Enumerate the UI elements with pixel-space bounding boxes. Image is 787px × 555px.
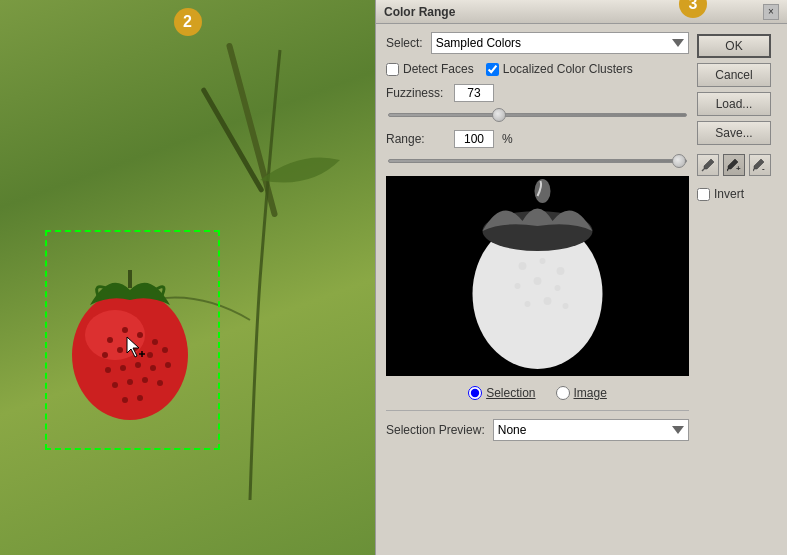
dialog-titlebar: Color Range × bbox=[376, 0, 787, 24]
svg-line-42 bbox=[753, 169, 754, 171]
svg-point-37 bbox=[563, 303, 569, 309]
percent-label: % bbox=[502, 132, 513, 146]
eyedropper-plus-icon[interactable]: + bbox=[723, 154, 745, 176]
svg-point-33 bbox=[534, 277, 542, 285]
svg-point-34 bbox=[555, 285, 561, 291]
tool-icons-row: + - bbox=[697, 154, 777, 176]
detect-faces-label[interactable]: Detect Faces bbox=[403, 62, 474, 76]
svg-line-40 bbox=[727, 169, 728, 171]
preview-image bbox=[386, 176, 689, 376]
svg-text:+: + bbox=[736, 164, 741, 172]
svg-point-31 bbox=[557, 267, 565, 275]
invert-label[interactable]: Invert bbox=[714, 187, 744, 201]
fuzziness-input[interactable] bbox=[454, 84, 494, 102]
eyedropper-minus-icon[interactable]: - bbox=[749, 154, 771, 176]
load-button[interactable]: Load... bbox=[697, 92, 771, 116]
content-wrapper: Select: Sampled ColorsRedsYellowsGreensC… bbox=[386, 32, 777, 547]
radio-row: Selection Image bbox=[386, 386, 689, 400]
invert-checkbox[interactable] bbox=[697, 188, 710, 201]
image-panel: 2 bbox=[0, 0, 375, 555]
fuzziness-slider-container bbox=[386, 106, 689, 120]
image-radio[interactable] bbox=[556, 386, 570, 400]
dialog-main: Select: Sampled ColorsRedsYellowsGreensC… bbox=[376, 24, 787, 555]
range-slider-container bbox=[386, 152, 689, 166]
eyedropper-icon[interactable] bbox=[697, 154, 719, 176]
cancel-button[interactable]: Cancel bbox=[697, 63, 771, 87]
svg-point-38 bbox=[535, 179, 551, 203]
localized-color-checkbox-item: Localized Color Clusters bbox=[486, 62, 633, 76]
image-radio-item: Image bbox=[556, 386, 607, 400]
fuzziness-slider[interactable] bbox=[388, 113, 687, 117]
svg-point-32 bbox=[515, 283, 521, 289]
right-buttons: OK Cancel Load... Save... bbox=[697, 32, 777, 547]
fuzziness-label: Fuzziness: bbox=[386, 86, 446, 100]
selection-preview-label: Selection Preview: bbox=[386, 423, 485, 437]
selection-preview-dropdown[interactable]: NoneGrayscaleBlack MatteWhite MatteQuick… bbox=[493, 419, 689, 441]
select-dropdown[interactable]: Sampled ColorsRedsYellowsGreensCyansBlue… bbox=[431, 32, 689, 54]
select-row: Select: Sampled ColorsRedsYellowsGreensC… bbox=[386, 32, 689, 54]
range-row: Range: % bbox=[386, 130, 689, 148]
svg-point-36 bbox=[544, 297, 552, 305]
color-range-dialog: 3 Color Range × Select: Sampled ColorsRe… bbox=[375, 0, 787, 555]
svg-line-39 bbox=[702, 169, 704, 171]
tab-2-indicator: 2 bbox=[174, 8, 202, 36]
svg-point-29 bbox=[519, 262, 527, 270]
image-radio-label[interactable]: Image bbox=[574, 386, 607, 400]
localized-color-label[interactable]: Localized Color Clusters bbox=[503, 62, 633, 76]
localized-color-checkbox[interactable] bbox=[486, 63, 499, 76]
svg-text:-: - bbox=[762, 164, 765, 172]
detect-faces-checkbox[interactable] bbox=[386, 63, 399, 76]
svg-point-35 bbox=[525, 301, 531, 307]
detect-faces-checkbox-item: Detect Faces bbox=[386, 62, 474, 76]
cursor-icon bbox=[125, 335, 149, 359]
range-slider[interactable] bbox=[388, 159, 687, 163]
select-label: Select: bbox=[386, 36, 423, 50]
invert-row: Invert bbox=[697, 187, 777, 201]
fuzziness-row: Fuzziness: bbox=[386, 84, 689, 102]
selection-radio-item: Selection bbox=[468, 386, 535, 400]
dialog-title: Color Range bbox=[384, 5, 455, 19]
svg-marker-23 bbox=[127, 337, 139, 357]
save-button[interactable]: Save... bbox=[697, 121, 771, 145]
left-controls: Select: Sampled ColorsRedsYellowsGreensC… bbox=[386, 32, 689, 547]
selection-radio-label[interactable]: Selection bbox=[486, 386, 535, 400]
range-label: Range: bbox=[386, 132, 446, 146]
range-input[interactable] bbox=[454, 130, 494, 148]
svg-point-30 bbox=[540, 258, 546, 264]
checkboxes-row: Detect Faces Localized Color Clusters bbox=[386, 62, 689, 76]
preview-container bbox=[386, 176, 689, 376]
selection-preview-row: Selection Preview: NoneGrayscaleBlack Ma… bbox=[386, 410, 689, 441]
selection-radio[interactable] bbox=[468, 386, 482, 400]
ok-button[interactable]: OK bbox=[697, 34, 771, 58]
close-button[interactable]: × bbox=[763, 4, 779, 20]
